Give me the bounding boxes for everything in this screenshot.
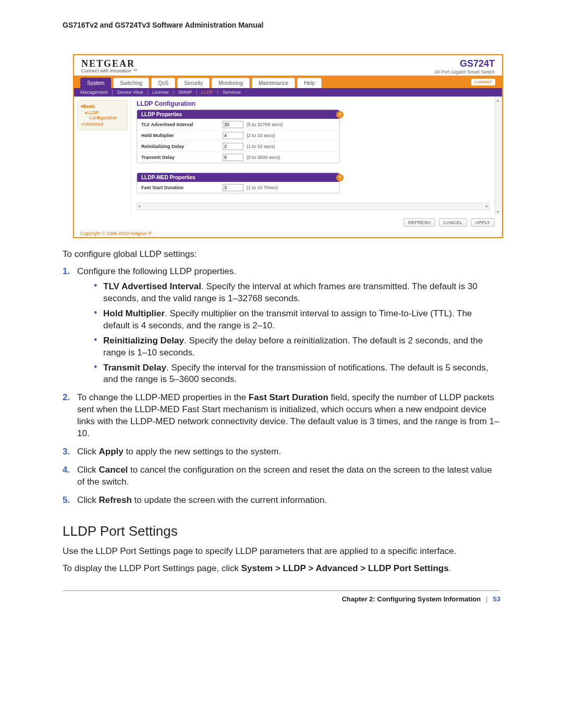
row-hint: (5 to 3600 secs)	[247, 155, 280, 160]
lldp-med-header: LLDP-MED Properties ?	[137, 173, 339, 182]
lldp-properties-box: LLDP Properties ? TLV Advertised Interva…	[137, 109, 340, 163]
side-basic[interactable]: Basic	[81, 104, 124, 109]
tab-monitoring[interactable]: Monitoring	[212, 78, 250, 88]
row-hint: (5 to 32768 secs)	[247, 122, 283, 127]
tab-security[interactable]: Security	[177, 78, 210, 88]
tab-qos[interactable]: QoS	[151, 78, 175, 88]
lldp-props-header: LLDP Properties ?	[137, 110, 339, 119]
main-panel: LLDP Configuration LLDP Properties ? TLV…	[131, 97, 502, 215]
intro-text: To configure global LLDP settings:	[63, 249, 500, 261]
row-label: Fast Start Duration	[141, 185, 219, 190]
subnav-snmp[interactable]: SNMP	[178, 90, 192, 95]
refresh-button[interactable]: REFRESH	[403, 218, 435, 227]
brand-slogan: Connect with Innovation ™	[81, 68, 138, 73]
bullet-4: Transmit Delay. Specify the interval for…	[94, 362, 500, 386]
model-area: GS724T 24 Port Gigabit Smart Switch	[434, 58, 495, 75]
row-hint: (1 to 10 secs)	[247, 144, 275, 149]
tab-switching[interactable]: Switching	[113, 78, 149, 88]
bullet-1: TLV Advertised Interval. Specify the int…	[94, 281, 500, 305]
bullet-2: Hold Multiplier. Specify multiplier on t…	[94, 308, 500, 332]
footer-chapter: Chapter 2: Configuring System Informatio…	[342, 595, 481, 603]
page-header: GS716Tv2 and GS724Tv3 Software Administr…	[0, 21, 563, 39]
row-label: Transmit Delay	[141, 155, 219, 160]
tab-help[interactable]: Help	[297, 78, 322, 88]
side-lldp[interactable]: LLDP	[85, 110, 124, 115]
subnav-deviceview[interactable]: Device View	[117, 90, 143, 95]
fast-start-input[interactable]	[223, 184, 243, 191]
logo-area: NETGEAR Connect with Innovation ™	[81, 58, 138, 73]
bullet-3: Reinitializing Delay. Specify the delay …	[94, 335, 500, 359]
section-p1: Use the LLDP Port Settings page to speci…	[63, 546, 500, 558]
document-body: To configure global LLDP settings: 1. Co…	[0, 249, 563, 575]
help-icon[interactable]: ?	[336, 111, 344, 118]
row-label: Hold Multiplier	[141, 133, 219, 138]
tlv-interval-input[interactable]	[223, 121, 243, 128]
logout-button[interactable]: LOGOUT	[471, 78, 496, 86]
transmit-delay-input[interactable]	[223, 154, 243, 161]
side-advanced[interactable]: Advanced	[81, 121, 124, 127]
row-hint: (2 to 10 secs)	[247, 133, 275, 138]
subnav: Management| Device View| License| SNMP| …	[74, 88, 502, 96]
model-name: GS724T	[434, 58, 495, 69]
step-2: 2. To change the LLDP-MED properties in …	[63, 392, 500, 440]
help-icon[interactable]: ?	[336, 174, 344, 181]
subnav-lldp[interactable]: LLDP	[201, 90, 213, 95]
vertical-scrollbar[interactable]	[495, 97, 502, 215]
footer-page-number: 53	[493, 595, 500, 603]
tab-system[interactable]: System	[80, 78, 111, 88]
brand-logo: NETGEAR	[81, 58, 138, 69]
footer-sep: |	[486, 595, 487, 603]
subnav-management[interactable]: Management	[80, 90, 108, 95]
page-footer: Chapter 2: Configuring System Informatio…	[0, 595, 563, 603]
subnav-services[interactable]: Services	[223, 90, 241, 95]
side-config[interactable]: Configuration	[89, 115, 124, 120]
horizontal-scrollbar[interactable]: ◂▸	[137, 203, 489, 210]
copyright-text: Copyright © 1996-2010 Netgear ®	[74, 230, 502, 237]
panel-title: LLDP Configuration	[137, 100, 497, 107]
lldp-med-properties-box: LLDP-MED Properties ? Fast Start Duratio…	[137, 172, 340, 193]
reinit-delay-input[interactable]	[223, 143, 243, 150]
apply-button[interactable]: APPLY	[471, 218, 495, 227]
step-3: 3. Click Apply to apply the new settings…	[63, 446, 500, 458]
section-p2: To display the LLDP Port Settings page, …	[63, 563, 500, 575]
row-label: TLV Advertised Interval	[141, 122, 219, 127]
step-4: 4. Click Cancel to cancel the configurat…	[63, 464, 500, 488]
row-hint: (1 to 10 Times)	[247, 185, 278, 190]
side-menu: Basic LLDP Configuration Advanced	[74, 97, 131, 215]
footer-rule	[63, 590, 500, 591]
main-tabs: System Switching QoS Security Monitoring…	[74, 76, 502, 88]
tab-maintenance[interactable]: Maintenance	[252, 78, 295, 88]
netgear-screenshot: NETGEAR Connect with Innovation ™ GS724T…	[73, 54, 503, 238]
cancel-button[interactable]: CANCEL	[439, 218, 468, 227]
step-1: 1. Configure the following LLDP properti…	[63, 266, 500, 386]
row-label: Reinitializing Delay	[141, 144, 219, 149]
subnav-license[interactable]: License	[153, 90, 169, 95]
model-sub: 24 Port Gigabit Smart Switch	[434, 69, 495, 75]
hold-multiplier-input[interactable]	[223, 132, 243, 139]
step-5: 5. Click Refresh to update the screen wi…	[63, 495, 500, 507]
section-heading: LLDP Port Settings	[63, 522, 500, 540]
action-row: REFRESH CANCEL APPLY	[74, 215, 502, 230]
